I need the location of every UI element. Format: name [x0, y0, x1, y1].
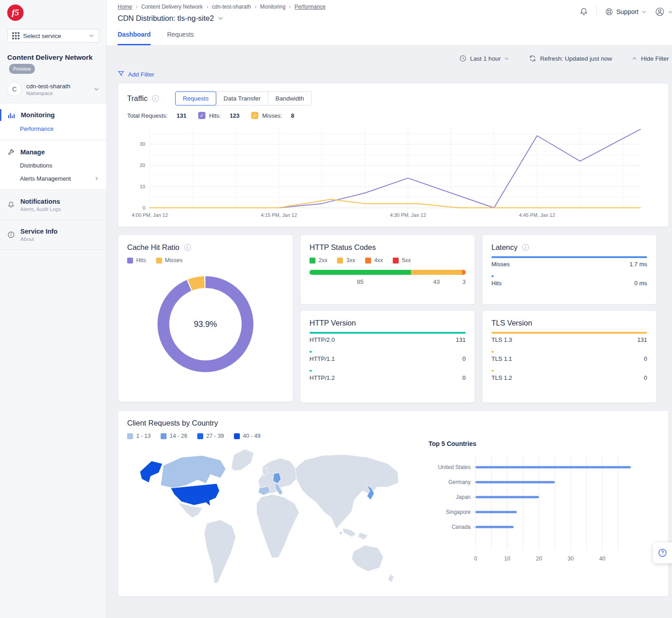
status-segment-4xx [462, 270, 466, 275]
refresh-icon [529, 55, 536, 62]
map-asia [295, 455, 399, 529]
help-button[interactable] [653, 542, 672, 563]
cache-hit-ratio-donut: 93.9% [157, 276, 253, 372]
breadcrumb-performance[interactable]: Performance [295, 4, 326, 10]
sidebar-item-alerts-management[interactable]: Alerts Management [0, 172, 106, 185]
misses-swatch [156, 258, 162, 263]
map-africa [257, 494, 299, 558]
top5-bar-United States [476, 466, 631, 469]
country-card-title: Client Requests by Country [127, 419, 218, 427]
chevron-down-icon [642, 10, 647, 14]
bar-row-HTTP/2.0: HTTP/2.0131 [310, 332, 466, 343]
sidebar-item-notifications[interactable]: Notifications Alerts, Audit Logs [0, 195, 106, 215]
support-menu[interactable]: Support [605, 8, 647, 16]
top5-bar-Canada [476, 526, 514, 528]
chevron-down-icon[interactable] [218, 15, 224, 21]
top5-countries-title: Top 5 Countries [429, 440, 664, 447]
wrench-icon [7, 148, 15, 156]
info-icon[interactable]: i [152, 95, 159, 102]
map-australia [352, 545, 383, 571]
tab-requests[interactable]: Requests [167, 31, 194, 45]
misses-stat: ✓ Misses: 8 [251, 112, 294, 119]
traffic-hits-line [150, 129, 640, 208]
client-requests-by-country-card: Client Requests by Country 1 - 13 14 - 2… [118, 410, 669, 597]
map-southeast-asia [343, 528, 356, 537]
user-menu[interactable] [655, 7, 672, 17]
svg-text:Canada: Canada [452, 524, 471, 530]
tab-dashboard[interactable]: Dashboard [118, 31, 151, 45]
select-service-dropdown[interactable]: Select service [7, 29, 99, 43]
status-segment-2xx [310, 270, 411, 275]
breadcrumb-monitoring[interactable]: Monitoring [260, 4, 286, 10]
service-info-subtitle: About [20, 236, 57, 242]
sidebar-top: f5 Select service Content Delivery Netwo… [0, 0, 106, 103]
chevron-down-icon [94, 86, 99, 92]
http-status-codes-card: HTTP Status Codes 2xx 3xx 4xx 5xx 85433 [300, 235, 475, 305]
sidebar-item-performance[interactable]: Performance [0, 122, 106, 135]
sidebar-item-monitoring[interactable]: Monitoring [0, 108, 106, 122]
chevron-down-icon [89, 33, 94, 38]
hide-filter-toggle[interactable]: Hide Filter [632, 55, 669, 62]
bar-row-Misses: Misses1.7 ms [491, 256, 647, 268]
map-canada [161, 455, 226, 488]
traffic-misses-line [150, 199, 640, 208]
map-greenland [231, 449, 254, 471]
info-icon[interactable]: i [184, 244, 191, 251]
funnel-icon [118, 70, 124, 78]
http-version-card: HTTP Version HTTP/2.0131HTTP/1.10HTTP/1.… [300, 310, 475, 403]
bar-row-TLS 1.3: TLS 1.3131 [491, 332, 647, 343]
f5-logo[interactable]: f5 [7, 5, 24, 21]
breadcrumb-home[interactable]: Home [118, 4, 132, 10]
top5-bar-Singapore [476, 511, 517, 513]
svg-text:Singapore: Singapore [446, 509, 471, 515]
sidebar-item-manage[interactable]: Manage [0, 145, 106, 159]
bar-value: 0 [462, 374, 466, 381]
total-requests-stat: Total Requests: 131 [127, 112, 186, 119]
map-singapore [339, 532, 342, 534]
info-icon [7, 231, 15, 239]
2xx-swatch [310, 258, 315, 263]
bar-value: 131 [456, 336, 466, 343]
http-version-title: HTTP Version [310, 319, 356, 327]
refresh-button[interactable]: Refresh: Updated just now [529, 55, 612, 62]
world-map-svg [131, 444, 402, 593]
svg-text:20: 20 [536, 556, 542, 562]
4xx-swatch [365, 258, 371, 263]
sidebar-item-distributions[interactable]: Distributions [0, 159, 106, 172]
cache-hit-ratio-title: Cache Hit Ratio [127, 243, 180, 252]
http-version-list: HTTP/2.0131HTTP/1.10HTTP/1.20 [300, 327, 475, 381]
notifications-bell-icon[interactable] [579, 7, 588, 16]
active-indicator [0, 109, 1, 121]
hits-checkbox[interactable]: ✓ [198, 112, 205, 119]
bar [491, 370, 494, 372]
breadcrumb-namespace[interactable]: cdn-test-sharath [212, 4, 251, 10]
namespace-name: cdn-test-sharath [26, 83, 89, 90]
map-new-zealand [388, 574, 394, 582]
traffic-tab-requests[interactable]: Requests [175, 91, 216, 105]
bar-row-Hits: Hits0 ms [491, 275, 647, 287]
hits-stat: ✓ Hits: 123 [198, 112, 239, 119]
traffic-title: Traffic [127, 94, 148, 103]
add-filter-button[interactable]: Add Filter [118, 70, 154, 78]
info-icon[interactable]: i [522, 244, 529, 251]
sidebar-monitoring-section: Monitoring Performance [0, 103, 106, 140]
traffic-tab-bandwidth[interactable]: Bandwidth [268, 91, 312, 105]
svg-text:4:45 PM, Jan 12: 4:45 PM, Jan 12 [519, 212, 555, 218]
sidebar-item-service-info[interactable]: Service Info About [0, 225, 106, 245]
bell-icon [7, 201, 15, 209]
bar [310, 332, 466, 334]
cache-hit-ratio-value: 93.9% [194, 320, 217, 329]
3xx-swatch [337, 258, 343, 263]
namespace-selector[interactable]: C cdn-test-sharath Namespace [7, 82, 99, 96]
sidebar-manage-section: Manage Distributions Alerts Management [0, 140, 106, 190]
bar-value: 0 [462, 355, 466, 362]
bar [491, 351, 494, 353]
map-indonesia [358, 532, 368, 540]
time-range-selector[interactable]: Last 1 hour [459, 55, 510, 62]
svg-text:0: 0 [143, 205, 145, 211]
misses-checkbox[interactable]: ✓ [251, 112, 258, 119]
bar-label: TLS 1.2 [491, 374, 512, 381]
status-value-4xx: 3 [462, 278, 466, 285]
breadcrumb-cdn[interactable]: Content Delivery Network [141, 4, 203, 10]
traffic-tab-data-transfer[interactable]: Data Transfer [216, 91, 268, 105]
